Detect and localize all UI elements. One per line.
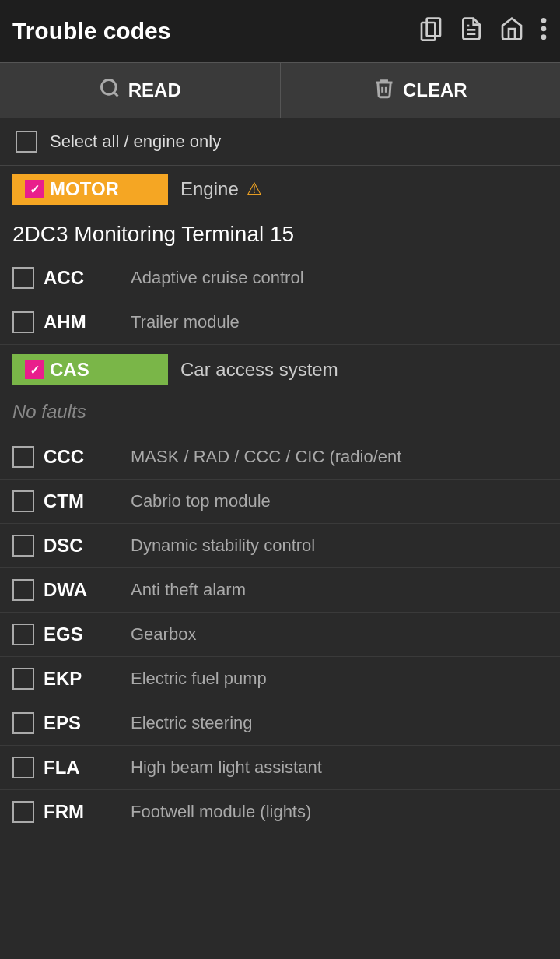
dwa-checkbox[interactable] (12, 579, 34, 601)
no-faults-label: No faults (0, 395, 560, 435)
cas-badge: ✓ CAS (12, 354, 168, 385)
motor-badge-label: MOTOR (50, 178, 119, 200)
list-item[interactable]: CCC MASK / RAD / CCC / CIC (radio/ent (0, 435, 560, 480)
read-button[interactable]: READ (0, 63, 281, 118)
dwa-code: DWA (44, 579, 121, 601)
egs-checkbox[interactable] (12, 624, 34, 645)
ctm-desc: Cabrio top module (131, 491, 548, 511)
egs-code: EGS (44, 624, 121, 645)
svg-rect-1 (422, 23, 435, 40)
acc-desc: Adaptive cruise control (131, 268, 548, 288)
ctm-checkbox[interactable] (12, 490, 34, 512)
home-icon[interactable] (499, 16, 524, 47)
dsc-desc: Dynamic stability control (131, 536, 548, 556)
list-item[interactable]: FLA High beam light assistant (0, 746, 560, 790)
ccc-checkbox[interactable] (12, 446, 34, 468)
list-item[interactable]: EGS Gearbox (0, 613, 560, 657)
fla-code: FLA (44, 757, 121, 778)
motor-module-row[interactable]: ✓ MOTOR Engine ⚠ (0, 166, 560, 213)
cas-badge-label: CAS (50, 359, 89, 381)
acc-code: ACC (44, 267, 121, 289)
motor-badge: ✓ MOTOR (12, 174, 168, 205)
motor-description: Engine ⚠ (168, 178, 262, 200)
eps-desc: Electric steering (131, 713, 548, 733)
fla-desc: High beam light assistant (131, 757, 548, 778)
svg-point-5 (541, 26, 547, 31)
svg-point-4 (541, 18, 547, 23)
svg-point-7 (101, 79, 116, 94)
motor-checkbox[interactable]: ✓ (25, 180, 44, 198)
cas-module-row[interactable]: ✓ CAS Car access system (0, 345, 560, 395)
page-title: Trouble codes (12, 18, 418, 44)
more-icon[interactable] (540, 16, 548, 47)
ekp-desc: Electric fuel pump (131, 669, 548, 689)
ccc-desc: MASK / RAD / CCC / CIC (radio/ent (131, 447, 548, 467)
dsc-code: DSC (44, 535, 121, 557)
header-actions (418, 16, 548, 47)
trash-icon (373, 77, 395, 104)
list-item[interactable]: FRM Footwell module (lights) (0, 790, 560, 834)
ctm-code: CTM (44, 490, 121, 512)
fla-checkbox[interactable] (12, 757, 34, 778)
frm-code: FRM (44, 801, 121, 823)
ahm-checkbox[interactable] (12, 311, 34, 333)
document-icon[interactable] (459, 16, 484, 47)
action-bar: READ CLEAR (0, 62, 560, 118)
list-item[interactable]: EPS Electric steering (0, 701, 560, 746)
app-header: Trouble codes (0, 0, 560, 62)
frm-checkbox[interactable] (12, 801, 34, 823)
select-all-checkbox[interactable] (16, 131, 37, 153)
list-item[interactable]: DWA Anti theft alarm (0, 568, 560, 613)
read-label: READ (128, 79, 181, 101)
egs-desc: Gearbox (131, 624, 548, 645)
search-icon (99, 77, 121, 104)
frm-desc: Footwell module (lights) (131, 802, 548, 822)
section-title: 2DC3 Monitoring Terminal 15 (0, 213, 560, 256)
list-item[interactable]: CTM Cabrio top module (0, 480, 560, 524)
clear-label: CLEAR (403, 79, 467, 101)
clear-button[interactable]: CLEAR (281, 63, 561, 118)
select-all-label: Select all / engine only (50, 132, 221, 152)
svg-rect-0 (427, 18, 440, 36)
ccc-code: CCC (44, 446, 121, 468)
copy-icon[interactable] (418, 16, 443, 47)
list-item[interactable]: ACC Adaptive cruise control (0, 256, 560, 300)
cas-description: Car access system (168, 359, 338, 381)
list-item[interactable]: AHM Trailer module (0, 300, 560, 345)
cas-checkbox[interactable]: ✓ (25, 360, 44, 379)
list-item[interactable]: DSC Dynamic stability control (0, 524, 560, 568)
svg-line-8 (114, 92, 117, 96)
acc-checkbox[interactable] (12, 267, 34, 289)
dsc-checkbox[interactable] (12, 535, 34, 557)
warning-icon: ⚠ (247, 179, 262, 199)
select-all-row[interactable]: Select all / engine only (0, 118, 560, 166)
eps-code: EPS (44, 712, 121, 734)
eps-checkbox[interactable] (12, 712, 34, 734)
list-item[interactable]: EKP Electric fuel pump (0, 657, 560, 701)
ekp-checkbox[interactable] (12, 668, 34, 690)
ekp-code: EKP (44, 668, 121, 690)
ahm-code: AHM (44, 311, 121, 333)
svg-point-6 (541, 34, 547, 40)
ahm-desc: Trailer module (131, 312, 548, 332)
dwa-desc: Anti theft alarm (131, 580, 548, 600)
